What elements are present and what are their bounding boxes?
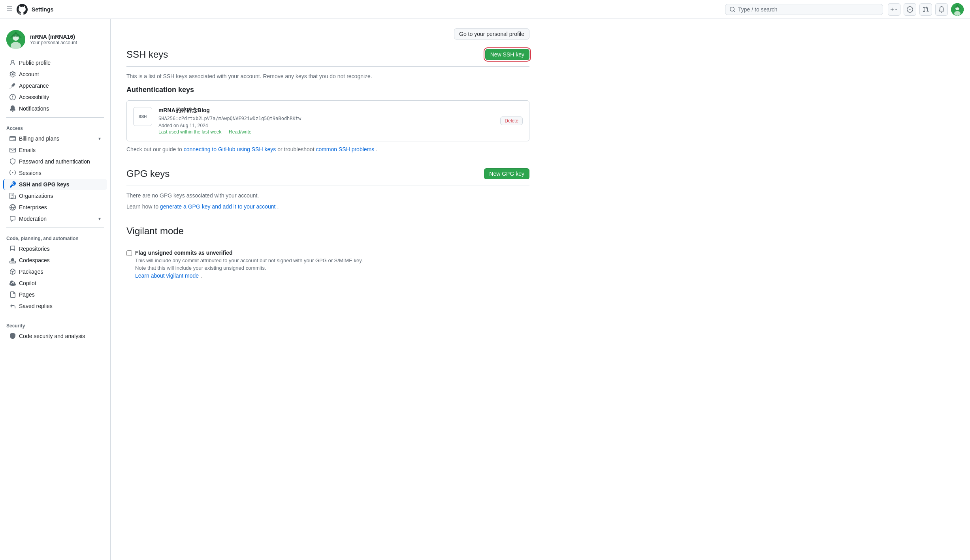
sidebar-item-codespaces[interactable]: Codespaces xyxy=(3,255,107,266)
mail-icon xyxy=(9,147,16,153)
sidebar-item-pages[interactable]: Pages xyxy=(3,289,107,300)
chevron-down-icon xyxy=(894,8,898,11)
sidebar-item-label: Organizations xyxy=(19,193,53,199)
notifications-button[interactable] xyxy=(935,3,948,16)
reply-icon xyxy=(9,303,16,309)
sidebar-item-label: Sessions xyxy=(19,170,41,176)
menu-icon[interactable] xyxy=(6,5,13,13)
ssh-section-title: SSH keys xyxy=(126,49,168,60)
vigilant-checkbox[interactable] xyxy=(126,250,132,256)
person-icon xyxy=(9,60,16,66)
personal-profile-button[interactable]: Go to your personal profile xyxy=(454,28,529,39)
issues-button[interactable] xyxy=(904,3,916,16)
sidebar-item-password[interactable]: Password and authentication xyxy=(3,156,107,167)
sidebar-item-label: Packages xyxy=(19,269,43,275)
pullrequests-button[interactable] xyxy=(919,3,932,16)
new-ssh-key-button[interactable]: New SSH key xyxy=(485,49,529,60)
sidebar-item-label: SSH and GPG keys xyxy=(19,181,70,188)
ssh-section-header: SSH keys New SSH key xyxy=(126,49,529,67)
sidebar-item-label: Emails xyxy=(19,147,36,153)
sidebar-avatar xyxy=(6,30,25,49)
sidebar-item-label: Accessibility xyxy=(19,94,49,100)
credit-card-icon xyxy=(9,135,16,142)
access-section-title: Access xyxy=(0,121,110,133)
sidebar-item-billing[interactable]: Billing and plans ▾ xyxy=(3,133,107,144)
sidebar-item-label: Codespaces xyxy=(19,257,50,263)
security-section-title: Security xyxy=(0,318,110,330)
ssh-help-link-2[interactable]: common SSH problems xyxy=(316,146,374,152)
gpg-section-title: GPG keys xyxy=(126,168,170,179)
search-placeholder: Type / to search xyxy=(738,6,879,13)
ssh-key-details: mRNA的碎碎念Blog SHA256:cPdrtxb2LpV7a/mAwpQN… xyxy=(158,107,494,135)
create-button[interactable]: + xyxy=(888,3,900,16)
sidebar-item-organizations[interactable]: Organizations xyxy=(3,190,107,201)
page-title: Settings xyxy=(32,6,53,13)
organization-icon xyxy=(9,193,16,199)
sidebar-item-label: Copilot xyxy=(19,280,36,286)
ssh-key-icon: SSH xyxy=(133,107,152,126)
svg-point-2 xyxy=(954,11,961,16)
sidebar-item-label: Appearance xyxy=(19,83,49,89)
gpg-keys-section: GPG keys New GPG key There are no GPG ke… xyxy=(126,168,529,210)
sidebar-item-ssh-gpg[interactable]: SSH and GPG keys xyxy=(3,179,107,190)
new-gpg-key-button[interactable]: New GPG key xyxy=(484,168,529,179)
sidebar-item-label: Public profile xyxy=(19,60,51,66)
github-logo[interactable] xyxy=(16,3,28,16)
ssh-key-hash: SHA256:cPdrtxb2LpV7a/mAwpQNVE92iwDz1g5Qt… xyxy=(158,116,494,121)
globe-icon xyxy=(9,204,16,210)
ssh-keys-section: SSH keys New SSH key This is a list of S… xyxy=(126,49,529,152)
search-icon xyxy=(729,6,736,13)
ssh-key-date: Added on Aug 11, 2024 xyxy=(158,123,494,128)
sidebar-profile: mRNA (mRNA16) Your personal account xyxy=(0,27,110,57)
vigilant-checkbox-title: Flag unsigned commits as unverified xyxy=(135,250,363,256)
gpg-help-link[interactable]: generate a GPG key and add it to your ac… xyxy=(160,203,276,210)
sidebar-item-sessions[interactable]: Sessions xyxy=(3,167,107,179)
sidebar-item-emails[interactable]: Emails xyxy=(3,145,107,156)
topnav-right: + xyxy=(888,3,964,16)
sidebar-item-copilot[interactable]: Copilot xyxy=(3,278,107,289)
vigilant-checkbox-desc: This will include any commit attributed … xyxy=(135,257,363,263)
search-bar[interactable]: Type / to search xyxy=(725,4,883,15)
sidebar-item-notifications[interactable]: Notifications xyxy=(3,103,107,114)
vigilant-mode-section: Vigilant mode Flag unsigned commits as u… xyxy=(126,226,529,279)
topnav-left: Settings xyxy=(6,3,53,16)
delete-ssh-key-button[interactable]: Delete xyxy=(500,117,523,125)
sidebar-item-enterprises[interactable]: Enterprises xyxy=(3,202,107,213)
ssh-description: This is a list of SSH keys associated wi… xyxy=(126,73,529,79)
repo-icon xyxy=(9,246,16,252)
gear-icon xyxy=(9,71,16,77)
sidebar-item-label: Moderation xyxy=(19,216,47,222)
gpg-help-text: Learn how to generate a GPG key and add … xyxy=(126,203,529,210)
sidebar-item-account[interactable]: Account xyxy=(3,69,107,80)
sidebar-item-label: Account xyxy=(19,71,39,77)
sidebar-item-code-security[interactable]: Code security and analysis xyxy=(3,331,107,342)
sidebar-item-public-profile[interactable]: Public profile xyxy=(3,57,107,68)
sidebar-divider-3 xyxy=(6,315,104,315)
sidebar-item-label: Notifications xyxy=(19,105,49,112)
ssh-help-link-1[interactable]: connecting to GitHub using SSH keys xyxy=(184,146,276,152)
sidebar-item-accessibility[interactable]: Accessibility xyxy=(3,92,107,103)
sidebar-item-label: Billing and plans xyxy=(19,135,59,142)
gpg-empty-message: There are no GPG keys associated with yo… xyxy=(126,192,529,199)
avatar[interactable] xyxy=(951,3,964,16)
codespaces-icon xyxy=(9,257,16,263)
sidebar-item-saved-replies[interactable]: Saved replies xyxy=(3,301,107,312)
vigilant-section-header: Vigilant mode xyxy=(126,226,529,243)
pr-icon xyxy=(923,6,929,13)
sidebar-divider xyxy=(6,117,104,118)
sidebar-item-repositories[interactable]: Repositories xyxy=(3,243,107,254)
comment-icon xyxy=(9,216,16,222)
vigilant-learn-link[interactable]: Learn about vigilant mode xyxy=(135,272,199,279)
copilot-icon xyxy=(9,280,16,286)
sidebar-item-packages[interactable]: Packages xyxy=(3,266,107,277)
accessibility-icon xyxy=(9,94,16,100)
sidebar-item-moderation[interactable]: Moderation ▾ xyxy=(3,213,107,224)
file-icon xyxy=(9,291,16,298)
ssh-key-card: SSH mRNA的碎碎念Blog SHA256:cPdrtxb2LpV7a/mA… xyxy=(126,100,529,141)
shield-icon-2 xyxy=(9,333,16,339)
sidebar-item-appearance[interactable]: Appearance xyxy=(3,80,107,91)
bell-icon xyxy=(9,105,16,112)
vigilant-checkbox-label[interactable]: Flag unsigned commits as unverified This… xyxy=(126,250,529,279)
sidebar-item-label: Saved replies xyxy=(19,303,53,309)
issue-icon xyxy=(907,6,913,13)
